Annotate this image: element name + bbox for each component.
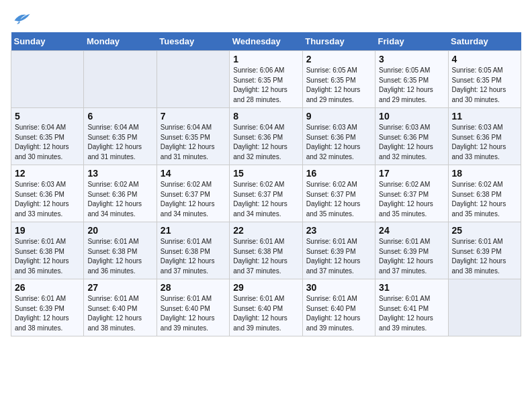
calendar-cell: 2Sunrise: 6:05 AM Sunset: 6:35 PM Daylig… (302, 51, 375, 108)
day-info: Sunrise: 6:02 AM Sunset: 6:37 PM Dayligh… (161, 180, 226, 219)
calendar-cell: 17Sunrise: 6:02 AM Sunset: 6:37 PM Dayli… (375, 165, 448, 222)
day-number: 29 (233, 282, 298, 293)
calendar-header-sunday: Sunday (11, 32, 84, 51)
day-info: Sunrise: 6:01 AM Sunset: 6:38 PM Dayligh… (161, 237, 226, 276)
day-info: Sunrise: 6:04 AM Sunset: 6:35 PM Dayligh… (161, 123, 226, 162)
day-info: Sunrise: 6:01 AM Sunset: 6:38 PM Dayligh… (87, 237, 152, 276)
calendar-cell (84, 51, 157, 108)
day-number: 23 (306, 225, 371, 236)
day-info: Sunrise: 6:04 AM Sunset: 6:36 PM Dayligh… (233, 123, 298, 162)
day-info: Sunrise: 6:03 AM Sunset: 6:36 PM Dayligh… (452, 123, 517, 162)
day-number: 4 (452, 54, 517, 64)
day-info: Sunrise: 6:02 AM Sunset: 6:38 PM Dayligh… (452, 180, 517, 219)
calendar-cell: 16Sunrise: 6:02 AM Sunset: 6:37 PM Dayli… (302, 165, 375, 222)
day-info: Sunrise: 6:02 AM Sunset: 6:37 PM Dayligh… (306, 180, 371, 219)
calendar-header-row: SundayMondayTuesdayWednesdayThursdayFrid… (11, 32, 521, 51)
calendar-cell (448, 279, 521, 336)
day-number: 5 (15, 111, 80, 122)
calendar-cell: 13Sunrise: 6:02 AM Sunset: 6:36 PM Dayli… (84, 165, 157, 222)
day-number: 30 (306, 282, 371, 293)
day-number: 9 (306, 111, 371, 122)
day-number: 20 (87, 225, 152, 236)
day-number: 18 (452, 168, 517, 179)
calendar-cell: 20Sunrise: 6:01 AM Sunset: 6:38 PM Dayli… (84, 222, 157, 279)
calendar-header-friday: Friday (375, 32, 448, 51)
calendar-week-row: 1Sunrise: 6:06 AM Sunset: 6:35 PM Daylig… (11, 51, 521, 108)
day-info: Sunrise: 6:01 AM Sunset: 6:39 PM Dayligh… (15, 294, 80, 333)
day-number: 31 (379, 282, 444, 293)
day-info: Sunrise: 6:01 AM Sunset: 6:40 PM Dayligh… (233, 294, 298, 333)
day-info: Sunrise: 6:03 AM Sunset: 6:36 PM Dayligh… (379, 123, 444, 162)
calendar-cell (11, 51, 84, 108)
calendar-week-row: 5Sunrise: 6:04 AM Sunset: 6:35 PM Daylig… (11, 108, 521, 165)
calendar-cell: 21Sunrise: 6:01 AM Sunset: 6:38 PM Dayli… (157, 222, 229, 279)
calendar-cell: 24Sunrise: 6:01 AM Sunset: 6:39 PM Dayli… (375, 222, 448, 279)
day-number: 13 (87, 168, 152, 179)
day-number: 25 (452, 225, 517, 236)
calendar-cell: 26Sunrise: 6:01 AM Sunset: 6:39 PM Dayli… (11, 279, 84, 336)
day-number: 26 (15, 282, 80, 293)
calendar-cell: 31Sunrise: 6:01 AM Sunset: 6:41 PM Dayli… (375, 279, 448, 336)
calendar-cell: 4Sunrise: 6:05 AM Sunset: 6:35 PM Daylig… (448, 51, 521, 108)
calendar-cell: 9Sunrise: 6:03 AM Sunset: 6:36 PM Daylig… (302, 108, 375, 165)
calendar-header-monday: Monday (84, 32, 157, 51)
day-info: Sunrise: 6:06 AM Sunset: 6:35 PM Dayligh… (233, 66, 298, 105)
day-number: 3 (379, 54, 444, 64)
day-number: 14 (161, 168, 226, 179)
calendar-cell: 3Sunrise: 6:05 AM Sunset: 6:35 PM Daylig… (375, 51, 448, 108)
day-info: Sunrise: 6:04 AM Sunset: 6:35 PM Dayligh… (87, 123, 152, 162)
day-info: Sunrise: 6:02 AM Sunset: 6:36 PM Dayligh… (87, 180, 152, 219)
calendar-week-row: 26Sunrise: 6:01 AM Sunset: 6:39 PM Dayli… (11, 279, 521, 336)
calendar-cell: 28Sunrise: 6:01 AM Sunset: 6:40 PM Dayli… (157, 279, 229, 336)
day-info: Sunrise: 6:01 AM Sunset: 6:39 PM Dayligh… (452, 237, 517, 276)
day-info: Sunrise: 6:01 AM Sunset: 6:40 PM Dayligh… (161, 294, 226, 333)
page-header (11, 11, 521, 26)
calendar-cell: 14Sunrise: 6:02 AM Sunset: 6:37 PM Dayli… (157, 165, 229, 222)
day-number: 15 (233, 168, 298, 179)
calendar-cell: 18Sunrise: 6:02 AM Sunset: 6:38 PM Dayli… (448, 165, 521, 222)
day-info: Sunrise: 6:03 AM Sunset: 6:36 PM Dayligh… (15, 180, 80, 219)
day-info: Sunrise: 6:01 AM Sunset: 6:38 PM Dayligh… (15, 237, 80, 276)
day-number: 28 (161, 282, 226, 293)
day-info: Sunrise: 6:01 AM Sunset: 6:39 PM Dayligh… (306, 237, 371, 276)
day-info: Sunrise: 6:02 AM Sunset: 6:37 PM Dayligh… (233, 180, 298, 219)
day-info: Sunrise: 6:01 AM Sunset: 6:40 PM Dayligh… (306, 294, 371, 333)
day-number: 2 (306, 54, 371, 64)
day-number: 16 (306, 168, 371, 179)
calendar-cell: 29Sunrise: 6:01 AM Sunset: 6:40 PM Dayli… (230, 279, 302, 336)
day-info: Sunrise: 6:03 AM Sunset: 6:36 PM Dayligh… (306, 123, 371, 162)
day-number: 27 (87, 282, 152, 293)
calendar-header-wednesday: Wednesday (230, 32, 302, 51)
day-info: Sunrise: 6:01 AM Sunset: 6:39 PM Dayligh… (379, 237, 444, 276)
calendar-cell: 23Sunrise: 6:01 AM Sunset: 6:39 PM Dayli… (302, 222, 375, 279)
calendar-cell (157, 51, 229, 108)
logo-icon (12, 11, 31, 26)
day-number: 7 (161, 111, 226, 122)
calendar-cell: 1Sunrise: 6:06 AM Sunset: 6:35 PM Daylig… (230, 51, 302, 108)
day-number: 22 (233, 225, 298, 236)
logo (11, 11, 31, 26)
calendar-week-row: 12Sunrise: 6:03 AM Sunset: 6:36 PM Dayli… (11, 165, 521, 222)
calendar-header-tuesday: Tuesday (157, 32, 229, 51)
day-info: Sunrise: 6:05 AM Sunset: 6:35 PM Dayligh… (452, 66, 517, 105)
day-number: 10 (379, 111, 444, 122)
day-number: 19 (15, 225, 80, 236)
calendar-table: SundayMondayTuesdayWednesdayThursdayFrid… (11, 32, 521, 336)
day-number: 17 (379, 168, 444, 179)
day-info: Sunrise: 6:05 AM Sunset: 6:35 PM Dayligh… (379, 66, 444, 105)
day-info: Sunrise: 6:04 AM Sunset: 6:35 PM Dayligh… (15, 123, 80, 162)
day-info: Sunrise: 6:01 AM Sunset: 6:40 PM Dayligh… (87, 294, 152, 333)
day-info: Sunrise: 6:05 AM Sunset: 6:35 PM Dayligh… (306, 66, 371, 105)
calendar-cell: 7Sunrise: 6:04 AM Sunset: 6:35 PM Daylig… (157, 108, 229, 165)
day-number: 12 (15, 168, 80, 179)
calendar-cell: 30Sunrise: 6:01 AM Sunset: 6:40 PM Dayli… (302, 279, 375, 336)
calendar-cell: 10Sunrise: 6:03 AM Sunset: 6:36 PM Dayli… (375, 108, 448, 165)
calendar-cell: 5Sunrise: 6:04 AM Sunset: 6:35 PM Daylig… (11, 108, 84, 165)
calendar-cell: 22Sunrise: 6:01 AM Sunset: 6:38 PM Dayli… (230, 222, 302, 279)
day-info: Sunrise: 6:02 AM Sunset: 6:37 PM Dayligh… (379, 180, 444, 219)
day-number: 11 (452, 111, 517, 122)
calendar-cell: 6Sunrise: 6:04 AM Sunset: 6:35 PM Daylig… (84, 108, 157, 165)
calendar-header-saturday: Saturday (448, 32, 521, 51)
calendar-header-thursday: Thursday (302, 32, 375, 51)
day-number: 8 (233, 111, 298, 122)
